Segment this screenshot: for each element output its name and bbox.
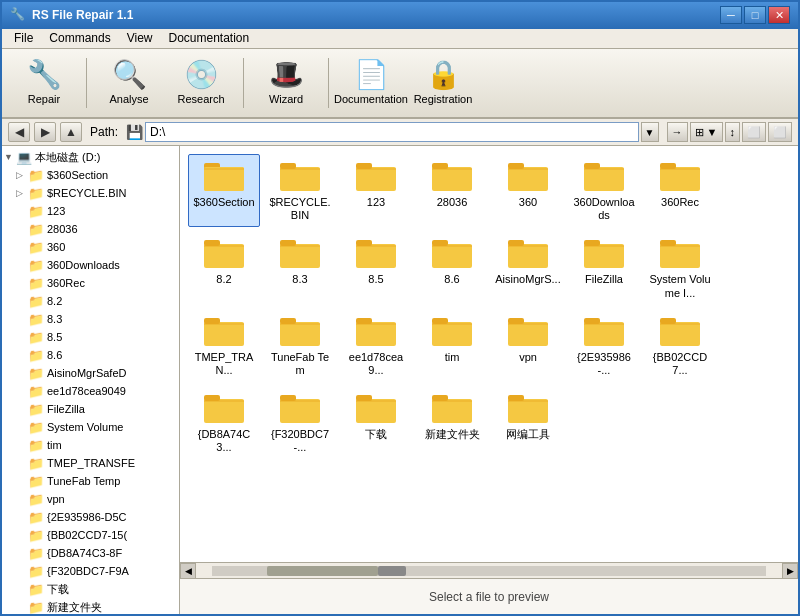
view-toggle-button[interactable]: ⊞ ▼ [690,122,723,142]
title-bar: 🔧 RS File Repair 1.1 ─ □ ✕ [2,2,798,29]
tree-item[interactable]: 📁 vpn [2,490,179,508]
list-item[interactable]: tim [416,309,488,382]
list-item[interactable]: 下载 [340,386,412,459]
scroll-right-button[interactable]: ▶ [782,563,798,579]
list-item[interactable]: TMEP_TRAN... [188,309,260,382]
folder-icon [508,236,548,270]
list-item[interactable]: $RECYCLE.BIN [264,154,336,227]
tree-item[interactable]: 📁 360Downloads [2,256,179,274]
svg-rect-54 [432,323,472,325]
repair-button[interactable]: 🔧 Repair [10,53,78,113]
tree-item[interactable]: 📁 360Rec [2,274,179,292]
tree-item[interactable]: ▷ 📁 $RECYCLE.BIN [2,184,179,202]
tree-item[interactable]: 📁 tim [2,436,179,454]
list-item[interactable]: {DB8A74C3... [188,386,260,459]
tree-item-label: 360 [47,241,65,253]
list-item[interactable]: {F320BDC7-... [264,386,336,459]
list-item[interactable]: vpn [492,309,564,382]
sort-button[interactable]: ↕ [725,122,741,142]
tree-root[interactable]: ▼ 💻 本地磁盘 (D:) [2,148,179,166]
forward-button[interactable]: ▶ [34,122,56,142]
tree-item[interactable]: ▷ 📁 $360Section [2,166,179,184]
maximize-button[interactable]: □ [744,6,766,24]
action-button1[interactable]: ⬜ [742,122,766,142]
tree-item[interactable]: 📁 28036 [2,220,179,238]
list-item[interactable]: {2E935986-... [568,309,640,382]
list-item[interactable]: 8.3 [264,231,336,304]
tree-panel: ▼ 💻 本地磁盘 (D:) ▷ 📁 $360Section ▷ 📁 $RECYC… [2,146,180,614]
tree-item[interactable]: 📁 AisinoMgrSafeD [2,364,179,382]
folder-icon: 📁 [28,222,44,237]
svg-rect-72 [356,400,396,402]
list-item[interactable]: 8.2 [188,231,260,304]
file-item-label: 8.3 [292,273,307,286]
file-item-label: 360 [519,196,537,209]
folder-icon [660,314,700,348]
navigate-button[interactable]: → [667,122,688,142]
tree-item[interactable]: 📁 {BB02CCD7-15( [2,526,179,544]
repair-icon: 🔧 [27,61,62,89]
list-item[interactable]: 360Rec [644,154,716,227]
list-item[interactable]: 360 [492,154,564,227]
folder-icon: 📁 [28,240,44,255]
up-button[interactable]: ▲ [60,122,82,142]
tree-item-label: TMEP_TRANSFE [47,457,135,469]
tree-item[interactable]: 📁 8.3 [2,310,179,328]
list-item[interactable]: 8.5 [340,231,412,304]
tree-item[interactable]: 📁 下载 [2,580,179,598]
list-item[interactable]: 网编工具 [492,386,564,459]
research-button[interactable]: 💿 Research [167,53,235,113]
tree-item[interactable]: 📁 123 [2,202,179,220]
tree-item[interactable]: 📁 {F320BDC7-F9A [2,562,179,580]
back-button[interactable]: ◀ [8,122,30,142]
menu-commands[interactable]: Commands [41,29,118,47]
tree-item[interactable]: 📁 System Volume [2,418,179,436]
tree-item[interactable]: 📁 TMEP_TRANSFE [2,454,179,472]
list-item[interactable]: 123 [340,154,412,227]
list-item[interactable]: 28036 [416,154,488,227]
list-item[interactable]: {BB02CCD7... [644,309,716,382]
expand-icon: ▼ [4,152,16,162]
file-item-label: AisinoMgrS... [495,273,560,286]
registration-button[interactable]: 🔒 Registration [409,53,477,113]
list-item[interactable]: FileZilla [568,231,640,304]
close-button[interactable]: ✕ [768,6,790,24]
tree-item[interactable]: 📁 8.2 [2,292,179,310]
minimize-button[interactable]: ─ [720,6,742,24]
file-grid: $360Section $RECYCLE.BIN [180,146,798,562]
path-dropdown-button[interactable]: ▼ [641,122,659,142]
list-item[interactable]: TuneFab Tem [264,309,336,382]
tree-item-label: $360Section [47,169,108,181]
analyse-button[interactable]: 🔍 Analyse [95,53,163,113]
action-button2[interactable]: ⬜ [768,122,792,142]
tree-item[interactable]: 📁 {2E935986-D5C [2,508,179,526]
tree-item[interactable]: 📁 新建文件夹 [2,598,179,614]
folder-icon [280,159,320,193]
list-item[interactable]: $360Section [188,154,260,227]
menu-file[interactable]: File [6,29,41,47]
wizard-button[interactable]: 🎩 Wizard [252,53,320,113]
tree-item[interactable]: 📁 360 [2,238,179,256]
svg-rect-49 [356,322,396,346]
file-horizontal-scroll[interactable]: ◀ ▶ [180,562,798,578]
file-item-label: TMEP_TRAN... [191,351,257,377]
list-item[interactable]: ee1d78cea9... [340,309,412,382]
list-item[interactable]: System Volume I... [644,231,716,304]
tree-item[interactable]: 📁 ee1d78cea9049 [2,382,179,400]
list-item[interactable]: 360Downloads [568,154,640,227]
folder-icon [204,159,244,193]
tree-item[interactable]: 📁 8.5 [2,328,179,346]
menu-documentation[interactable]: Documentation [161,29,258,47]
documentation-button[interactable]: 📄 Documentation [337,53,405,113]
list-item[interactable]: AisinoMgrS... [492,231,564,304]
tree-item[interactable]: 📁 TuneFab Temp [2,472,179,490]
scroll-left-button[interactable]: ◀ [180,563,196,579]
tree-item-label: 8.3 [47,313,62,325]
path-input[interactable] [145,122,639,142]
list-item[interactable]: 新建文件夹 [416,386,488,459]
tree-item[interactable]: 📁 FileZilla [2,400,179,418]
menu-view[interactable]: View [119,29,161,47]
tree-item[interactable]: 📁 8.6 [2,346,179,364]
tree-item[interactable]: 📁 {DB8A74C3-8F [2,544,179,562]
list-item[interactable]: 8.6 [416,231,488,304]
